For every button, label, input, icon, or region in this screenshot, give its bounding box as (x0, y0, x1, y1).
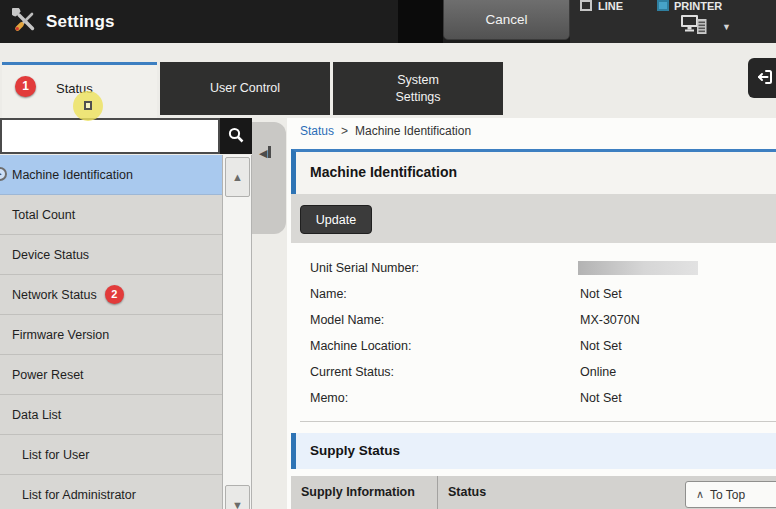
line-label: LINE (598, 0, 623, 12)
tab-user-control[interactable]: User Control (160, 62, 330, 115)
status-dropdown-icon[interactable]: ▼ (722, 22, 731, 32)
field-current-status: Current Status: Online (287, 361, 776, 387)
main-content: Status>Machine Identification Machine Id… (287, 118, 776, 509)
sidebar-item-machine-identification[interactable]: ▸ Machine Identification (0, 155, 222, 195)
field-name: Name: Not Set (287, 283, 776, 309)
printer-label: PRINTER (674, 0, 722, 12)
column-supply-information: Supply Information (291, 476, 437, 509)
network-status-step-badge: 2 (105, 285, 124, 304)
sidebar-item-label: Device Status (12, 248, 89, 262)
search-icon (227, 126, 245, 147)
sidebar-menu: ▸ Machine Identification Total Count Dev… (0, 155, 222, 509)
scroll-down-button[interactable]: ▼ (225, 485, 250, 509)
sidebar-item-label: Machine Identification (12, 168, 133, 182)
line-indicator (580, 0, 592, 11)
sidebar-item-network-status[interactable]: Network Status 2 (0, 275, 222, 315)
search-input[interactable] (0, 118, 220, 154)
sidebar-item-device-status[interactable]: Device Status (0, 235, 222, 275)
settings-screen: Settings Cancel LINE PRINTER (0, 0, 776, 509)
tab-user-control-label: User Control (203, 80, 287, 97)
chevron-up-icon: ∧ (696, 488, 704, 501)
supply-status-section-header: Supply Status (291, 433, 776, 469)
login-icon (756, 68, 774, 89)
breadcrumb-separator: > (341, 124, 348, 138)
printer-status-icon[interactable] (680, 13, 710, 41)
top-bar: Settings Cancel LINE PRINTER (0, 0, 776, 43)
tab-system-settings[interactable]: System Settings (333, 62, 503, 115)
status-step-badge: 1 (15, 76, 36, 97)
breadcrumb-current: Machine Identification (355, 124, 471, 138)
click-indicator (73, 91, 103, 121)
current-item-icon: ▸ (0, 167, 7, 181)
sidebar-collapse-handle[interactable]: ◀ (252, 122, 286, 234)
field-machine-location: Machine Location: Not Set (287, 335, 776, 361)
sidebar-item-label: List for Administrator (22, 488, 136, 502)
sidebar-scrollbar[interactable]: ▲ ▼ (222, 155, 252, 509)
cancel-button[interactable]: Cancel (443, 0, 570, 40)
to-top-label: To Top (710, 488, 745, 502)
topbar-divider (398, 0, 443, 43)
supply-status-title: Supply Status (296, 433, 776, 469)
admin-login-button[interactable]: A (748, 58, 776, 98)
device-status-area: LINE PRINTER ▼ (570, 0, 776, 43)
click-indicator-cursor (84, 101, 92, 110)
field-model-name: Model Name: MX-3070N (287, 309, 776, 335)
section-divider (300, 421, 776, 422)
sidebar-item-firmware-version[interactable]: Firmware Version (0, 315, 222, 355)
sidebar: ◀ ▸ Machine Identification Total Count D… (0, 118, 286, 509)
update-button[interactable]: Update (300, 205, 372, 234)
tab-system-settings-label: System Settings (376, 72, 460, 106)
field-unit-serial-number: Unit Serial Number: (287, 257, 776, 283)
breadcrumb: Status>Machine Identification (300, 124, 471, 138)
machine-identification-fields: Unit Serial Number: Name: Not Set Model … (287, 257, 776, 413)
sidebar-item-label: Data List (12, 408, 61, 422)
to-top-button[interactable]: ∧ To Top (685, 481, 776, 508)
page-title: Settings (46, 0, 115, 43)
settings-tools-icon (12, 8, 38, 34)
sidebar-item-power-reset[interactable]: Power Reset (0, 355, 222, 395)
scroll-up-button[interactable]: ▲ (225, 157, 250, 197)
sidebar-item-label: List for User (22, 448, 89, 462)
sidebar-item-label: Total Count (12, 208, 75, 222)
sidebar-item-label: Power Reset (12, 368, 84, 382)
redacted-serial-value (578, 261, 698, 275)
sidebar-item-total-count[interactable]: Total Count (0, 195, 222, 235)
search-button[interactable] (220, 118, 252, 154)
field-memo: Memo: Not Set (287, 387, 776, 413)
tab-bar: 1 Status User Control System Settings A (0, 43, 776, 118)
sidebar-item-list-for-administrator[interactable]: List for Administrator (0, 475, 222, 509)
sidebar-item-label: Network Status (12, 288, 97, 302)
sidebar-item-list-for-user[interactable]: List for User (0, 435, 222, 475)
section-title: Machine Identification (296, 152, 776, 192)
printer-indicator (657, 0, 669, 11)
sidebar-item-data-list[interactable]: Data List (0, 395, 222, 435)
sidebar-item-label: Firmware Version (12, 328, 109, 342)
tab-status[interactable]: 1 Status (2, 62, 157, 118)
breadcrumb-status-link[interactable]: Status (300, 124, 334, 138)
machine-identification-section-header: Machine Identification (291, 149, 776, 194)
collapse-arrow-icon: ◀ (259, 146, 271, 160)
